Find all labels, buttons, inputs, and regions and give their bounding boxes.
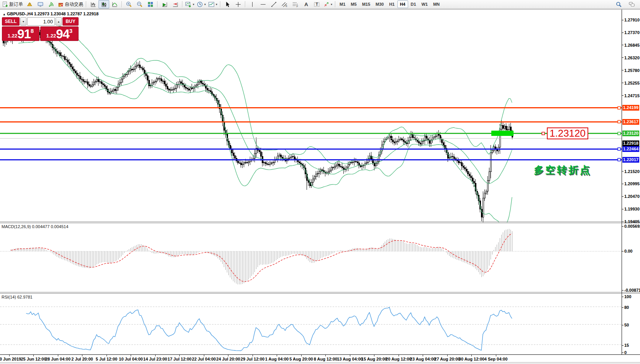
gold-symbol-button[interactable] <box>24 0 35 8</box>
trend-icon <box>271 1 277 8</box>
price-callout-box[interactable]: 1.23120 <box>547 127 588 139</box>
cursor-button[interactable] <box>222 0 233 8</box>
buy-price-big: 94 <box>56 28 69 40</box>
sell-price-display[interactable]: 1.22918 <box>2 26 39 41</box>
vline-icon <box>249 1 256 8</box>
volume-input[interactable] <box>27 17 55 26</box>
rsi-panel[interactable] <box>26 307 512 351</box>
timeframe-button-w1[interactable]: W1 <box>419 0 431 8</box>
equidistant-channel-button[interactable]: E <box>279 0 290 8</box>
price-tick-label: 1.21520 <box>624 169 640 174</box>
vertical-line-button[interactable] <box>247 0 258 8</box>
toolbar-right-group <box>613 0 639 8</box>
bollinger-bands <box>18 26 512 227</box>
rsi-tick-label: 0 <box>624 350 627 355</box>
auto-scroll-button[interactable] <box>159 0 170 8</box>
tile-icon <box>147 1 154 8</box>
toolbar-separator <box>245 1 245 7</box>
text-label-button[interactable]: T <box>311 0 322 8</box>
chevron-down-icon[interactable]: ▾ <box>193 3 194 6</box>
timeframe-button-h4[interactable]: H4 <box>397 0 408 8</box>
macd-tick-label: 0.005692 <box>624 224 640 229</box>
sell-button[interactable]: SELL <box>2 17 20 26</box>
collapse-icon[interactable]: ▲ <box>3 13 6 16</box>
new-chart-button[interactable]: ▾ <box>184 0 195 8</box>
chevron-down-icon[interactable]: ▾ <box>204 3 206 6</box>
market-watch-button[interactable] <box>35 0 46 8</box>
autoscroll-icon <box>161 1 168 8</box>
price-tick-label: 1.26845 <box>624 43 640 47</box>
line-anchor-marker[interactable] <box>618 148 620 150</box>
gold-icon <box>26 1 33 8</box>
window-bottom-edge <box>0 362 640 364</box>
svg-text:A: A <box>304 2 308 7</box>
time-tick-label: 17 Jul 12:00 <box>167 357 191 361</box>
crosshair-icon <box>235 1 241 8</box>
chat-button[interactable] <box>626 0 637 8</box>
callout-anchor-marker[interactable] <box>542 132 545 135</box>
bar-chart-button[interactable] <box>88 0 98 8</box>
chevron-down-icon[interactable]: ▾ <box>216 3 217 6</box>
highlight-rectangle[interactable] <box>491 131 514 136</box>
rsi-tick-label: 100 <box>624 294 631 299</box>
macd-panel[interactable] <box>11 229 512 284</box>
zoom-out-button[interactable] <box>134 0 145 8</box>
toolbar-separator <box>86 1 86 7</box>
time-tick-label: 4 Sep 04:00 <box>484 357 508 361</box>
sell-price-small: 1.22 <box>8 32 17 40</box>
volume-increase-button[interactable]: ▲ <box>56 17 62 26</box>
auto-trading-button[interactable]: 自动交易 <box>56 0 84 8</box>
crosshair-button[interactable] <box>233 0 243 8</box>
timeframe-button-m30[interactable]: M30 <box>373 0 386 8</box>
rsi-indicator-label: RSI(14) 62.9781 <box>2 295 33 299</box>
line-anchor-marker[interactable] <box>618 106 620 109</box>
arrows-button[interactable]: ▾ <box>322 0 333 8</box>
chart-shift-button[interactable] <box>170 0 181 8</box>
timeframe-button-mn[interactable]: MN <box>430 0 442 8</box>
timeframe-button-m1[interactable]: M1 <box>337 0 348 8</box>
new-order-button[interactable]: 新订单 <box>1 0 24 8</box>
candles-icon <box>101 1 107 8</box>
chart-title-text: GBPUSD-,H4 1.22973 1.23048 1.22787 1.229… <box>7 11 98 16</box>
chart-symbol-title: ▲GBPUSD-,H4 1.22973 1.23048 1.22787 1.22… <box>3 11 98 16</box>
time-tick-label: 28 Jun 04:00 <box>45 357 71 361</box>
buy-price-sup: 3 <box>69 28 72 34</box>
tile-windows-button[interactable] <box>145 0 156 8</box>
templates-button[interactable]: ▾ <box>207 0 218 8</box>
price-tick-label: 1.20995 <box>624 181 640 186</box>
time-tick-label: 25 Jun 12:00 <box>21 357 46 361</box>
chevron-down-icon[interactable]: ▾ <box>331 3 332 6</box>
macd-histogram <box>11 229 512 284</box>
time-tick-label: 27 Aug 20:00 <box>434 357 460 361</box>
line-anchor-marker[interactable] <box>618 121 620 123</box>
buy-price-display[interactable]: 1.22943 <box>40 26 79 41</box>
time-tick-label: 20 Aug 12:00 <box>386 357 411 361</box>
line-anchor-marker[interactable] <box>618 158 620 161</box>
level-price-label-green: 1.23120 <box>622 131 639 136</box>
periods-button[interactable]: ▾ <box>195 0 207 8</box>
shift-icon <box>172 1 179 8</box>
timeframe-button-d1[interactable]: D1 <box>408 0 419 8</box>
search-icon <box>615 1 622 8</box>
rsi-tick-label: 80 <box>624 305 629 310</box>
zoom-in-button[interactable] <box>123 0 134 8</box>
timeframe-button-m15[interactable]: M15 <box>359 0 373 8</box>
zoomout-icon <box>136 1 143 8</box>
signals-button[interactable] <box>46 0 56 8</box>
level-price-label-blue: 1.22017 <box>622 157 639 163</box>
trendline-button[interactable] <box>268 0 279 8</box>
timeframe-button-m5[interactable]: M5 <box>348 0 359 8</box>
volume-decrease-button[interactable]: ▼ <box>20 17 26 26</box>
price-chart-canvas[interactable]: 1.279101.273701.268451.263201.257801.252… <box>0 10 640 364</box>
fibonacci-button[interactable]: F <box>290 0 300 8</box>
horizontal-line-button[interactable] <box>258 0 268 8</box>
search-button[interactable] <box>613 0 624 8</box>
text-button[interactable]: A <box>300 0 311 8</box>
line-chart-button[interactable] <box>109 0 120 8</box>
buy-button[interactable]: BUY <box>62 17 79 26</box>
timeframe-button-h1[interactable]: H1 <box>386 0 397 8</box>
line-anchor-marker[interactable] <box>618 132 620 135</box>
main-price-panel[interactable] <box>3 26 513 227</box>
candlestick-chart-button[interactable] <box>98 0 109 8</box>
newchart-icon <box>185 1 192 8</box>
